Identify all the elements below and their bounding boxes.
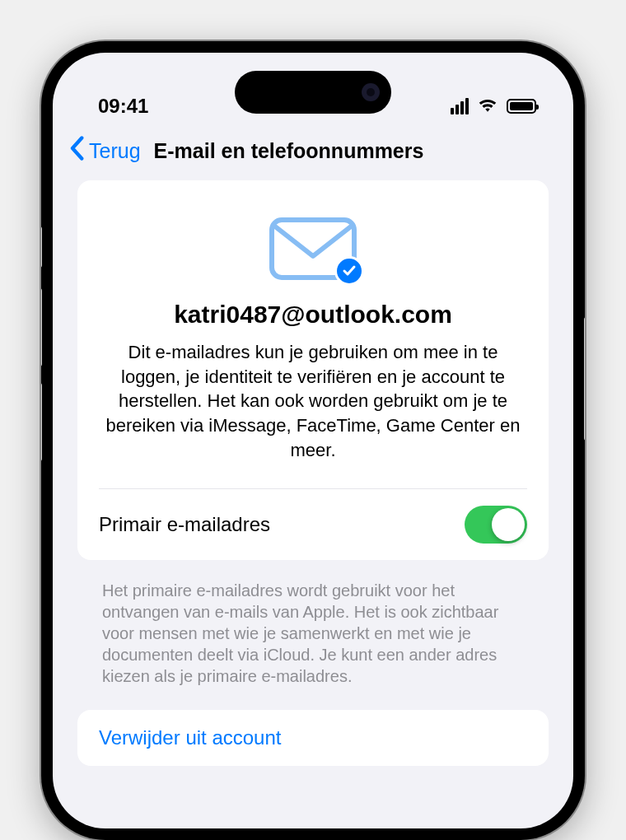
checkmark-badge-icon	[334, 256, 364, 286]
page-title: E-mail en telefoonnummers	[154, 139, 424, 163]
primary-email-toggle[interactable]	[465, 506, 527, 544]
primary-email-label: Primair e-mailadres	[99, 513, 270, 536]
remove-from-account-button[interactable]: Verwijder uit account	[99, 726, 527, 749]
email-info-card: katri0487@outlook.com Dit e-mailadres ku…	[77, 180, 549, 560]
back-label: Terug	[89, 139, 141, 163]
back-button[interactable]: Terug	[68, 136, 141, 166]
navigation-bar: Terug E-mail en telefoonnummers	[53, 131, 573, 180]
email-address: katri0487@outlook.com	[102, 301, 524, 329]
cellular-signal-icon	[451, 98, 469, 114]
chevron-left-icon	[68, 136, 86, 166]
primary-email-footer: Het primaire e-mailadres wordt gebruikt …	[77, 572, 549, 710]
front-camera	[362, 83, 380, 101]
email-description: Dit e-mailadres kun je gebruiken om mee …	[102, 340, 524, 462]
mail-verified-icon	[269, 217, 357, 281]
primary-email-row: Primair e-mailadres	[77, 489, 549, 560]
status-time: 09:41	[98, 95, 148, 118]
dynamic-island	[235, 71, 391, 114]
wifi-icon	[477, 95, 498, 118]
battery-icon	[507, 99, 536, 114]
actions-card: Verwijder uit account	[77, 710, 549, 766]
